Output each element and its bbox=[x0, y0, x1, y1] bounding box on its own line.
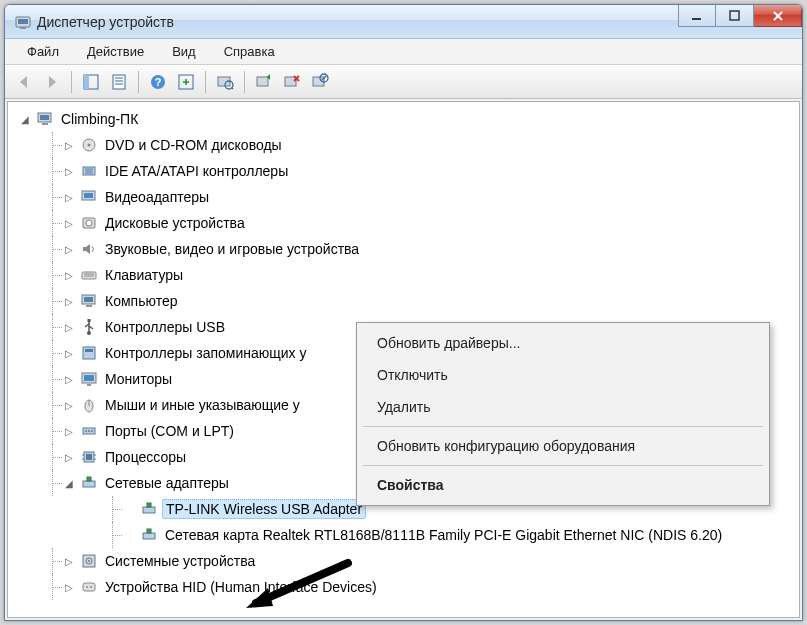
device-category-icon bbox=[80, 396, 98, 414]
device-category-icon bbox=[80, 474, 98, 492]
computer-icon bbox=[36, 110, 54, 128]
menu-action[interactable]: Действие bbox=[73, 41, 158, 62]
svg-rect-17 bbox=[257, 77, 268, 86]
context-menu: Обновить драйверы... Отключить Удалить О… bbox=[356, 322, 770, 506]
window-controls bbox=[678, 5, 802, 27]
tree-item[interactable]: ▷Компьютер bbox=[32, 288, 797, 314]
context-disable[interactable]: Отключить bbox=[359, 359, 767, 391]
tree-leaf-label: Сетевая карта Realtek RTL8168B/8111B Fam… bbox=[162, 526, 725, 544]
expander-icon[interactable]: ▷ bbox=[62, 320, 76, 334]
menu-file[interactable]: Файл bbox=[13, 41, 73, 62]
expander-icon[interactable]: ▷ bbox=[62, 138, 76, 152]
context-properties[interactable]: Свойства bbox=[359, 469, 767, 501]
device-category-icon bbox=[80, 552, 98, 570]
tree-item[interactable]: ▷IDE ATA/ATAPI контроллеры bbox=[32, 158, 797, 184]
tree-item[interactable]: ▷Системные устройства bbox=[32, 548, 797, 574]
svg-rect-43 bbox=[83, 347, 95, 359]
svg-rect-42 bbox=[88, 319, 91, 322]
expander-icon[interactable]: ▷ bbox=[62, 424, 76, 438]
disable-button[interactable] bbox=[307, 69, 333, 95]
expander-icon[interactable]: ▷ bbox=[62, 346, 76, 360]
svg-rect-2 bbox=[20, 27, 26, 29]
device-category-icon bbox=[80, 188, 98, 206]
device-manager-window: Диспетчер устройств Файл Действие Вид Сп… bbox=[4, 4, 803, 621]
tree-item[interactable]: ▷Видеоадаптеры bbox=[32, 184, 797, 210]
expander-icon[interactable]: ▷ bbox=[62, 164, 76, 178]
expander-icon[interactable]: ▷ bbox=[62, 242, 76, 256]
svg-rect-47 bbox=[87, 384, 91, 386]
help-button[interactable]: ? bbox=[145, 69, 171, 95]
svg-rect-7 bbox=[113, 75, 125, 89]
network-adapter-icon bbox=[140, 500, 158, 518]
tree-root[interactable]: ◢ Climbing-ПК bbox=[10, 106, 797, 132]
expander-icon[interactable]: ▷ bbox=[62, 580, 76, 594]
svg-rect-32 bbox=[84, 193, 93, 198]
expander-icon[interactable]: ▷ bbox=[62, 268, 76, 282]
device-category-icon bbox=[80, 292, 98, 310]
context-remove[interactable]: Удалить bbox=[359, 391, 767, 423]
tree-item-label: Порты (COM и LPT) bbox=[102, 422, 237, 440]
svg-point-41 bbox=[87, 331, 91, 335]
svg-point-71 bbox=[88, 560, 90, 562]
svg-rect-24 bbox=[42, 123, 48, 125]
device-category-icon bbox=[80, 370, 98, 388]
expander-icon[interactable]: ◢ bbox=[18, 112, 32, 126]
svg-rect-63 bbox=[143, 507, 155, 513]
tree-item-label: Мыши и иные указывающие у bbox=[102, 396, 303, 414]
expander-icon[interactable]: ◢ bbox=[62, 476, 76, 490]
device-category-icon bbox=[80, 136, 98, 154]
scan-hardware-button[interactable] bbox=[212, 69, 238, 95]
menu-view[interactable]: Вид bbox=[158, 41, 210, 62]
device-category-icon bbox=[80, 318, 98, 336]
svg-rect-4 bbox=[730, 11, 739, 20]
tree-item-label: Сетевые адаптеры bbox=[102, 474, 232, 492]
expander-icon[interactable]: ▷ bbox=[62, 450, 76, 464]
tree-item-label: Дисковые устройства bbox=[102, 214, 248, 232]
tree-item-label: Мониторы bbox=[102, 370, 175, 388]
update-driver-button[interactable] bbox=[251, 69, 277, 95]
context-scan-hardware[interactable]: Обновить конфигурацию оборудования bbox=[359, 430, 767, 462]
tree-item-label: Контроллеры запоминающих у bbox=[102, 344, 309, 362]
svg-rect-60 bbox=[83, 481, 95, 487]
menubar: Файл Действие Вид Справка bbox=[5, 39, 802, 65]
svg-rect-55 bbox=[86, 454, 92, 460]
device-category-icon bbox=[80, 214, 98, 232]
expander-icon[interactable]: ▷ bbox=[62, 372, 76, 386]
device-category-icon bbox=[80, 578, 98, 596]
tree-item-label: Клавиатуры bbox=[102, 266, 186, 284]
expander-icon[interactable]: ▷ bbox=[62, 398, 76, 412]
tree-item[interactable]: ▷DVD и CD-ROM дисководы bbox=[32, 132, 797, 158]
maximize-button[interactable] bbox=[716, 5, 754, 27]
show-hide-tree-button[interactable] bbox=[78, 69, 104, 95]
toolbar: ? bbox=[5, 65, 802, 99]
svg-rect-72 bbox=[83, 583, 95, 591]
uninstall-button[interactable] bbox=[279, 69, 305, 95]
tree-item[interactable]: ▷Клавиатуры bbox=[32, 262, 797, 288]
svg-point-74 bbox=[90, 586, 92, 588]
expander-icon[interactable]: ▷ bbox=[62, 216, 76, 230]
properties-button[interactable] bbox=[106, 69, 132, 95]
svg-rect-40 bbox=[86, 305, 92, 307]
context-update-drivers[interactable]: Обновить драйверы... bbox=[359, 327, 767, 359]
tree-leaf[interactable]: Сетевая карта Realtek RTL8168B/8111B Fam… bbox=[54, 522, 797, 548]
svg-rect-46 bbox=[84, 375, 94, 381]
toolbar-button-5[interactable] bbox=[173, 69, 199, 95]
close-button[interactable] bbox=[754, 5, 802, 27]
expander-icon[interactable]: ▷ bbox=[62, 294, 76, 308]
svg-point-73 bbox=[86, 586, 88, 588]
tree-item-label: Компьютер bbox=[102, 292, 180, 310]
tree-item-label: DVD и CD-ROM дисководы bbox=[102, 136, 285, 154]
expander-icon[interactable]: ▷ bbox=[62, 190, 76, 204]
svg-rect-18 bbox=[285, 77, 296, 86]
tree-item[interactable]: ▷Звуковые, видео и игровые устройства bbox=[32, 236, 797, 262]
nav-back-button bbox=[11, 69, 37, 95]
menu-help[interactable]: Справка bbox=[210, 41, 289, 62]
tree-item[interactable]: ▷Устройства HID (Human Interface Devices… bbox=[32, 574, 797, 600]
svg-point-51 bbox=[85, 430, 87, 432]
device-category-icon bbox=[80, 240, 98, 258]
minimize-button[interactable] bbox=[678, 5, 716, 27]
svg-rect-44 bbox=[85, 349, 93, 352]
expander-icon[interactable]: ▷ bbox=[62, 554, 76, 568]
device-category-icon bbox=[80, 422, 98, 440]
tree-item[interactable]: ▷Дисковые устройства bbox=[32, 210, 797, 236]
